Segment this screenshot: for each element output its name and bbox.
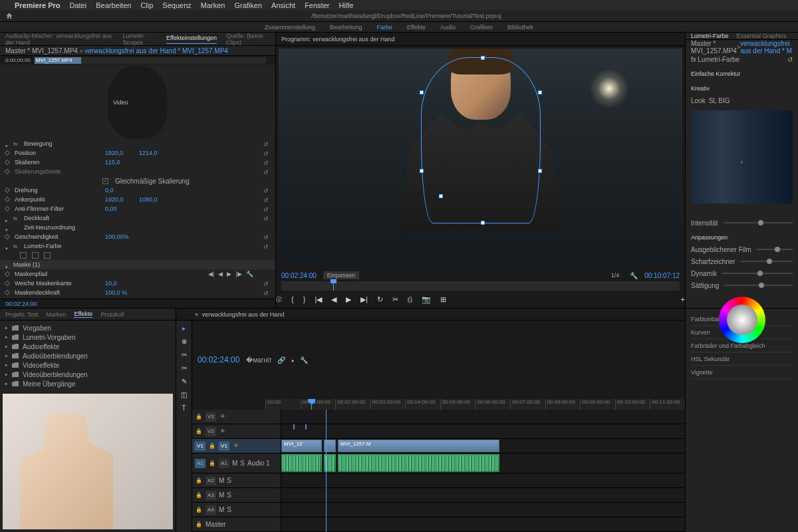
tab-effects[interactable]: Effekte: [74, 311, 92, 318]
app-name[interactable]: Premiere Pro: [15, 1, 60, 9]
fx-motion[interactable]: Bewegung: [24, 140, 110, 147]
track-prev-icon[interactable]: ◀: [218, 271, 223, 277]
step-fwd-icon[interactable]: ▶|: [360, 295, 368, 304]
bin-item[interactable]: Meine Übergänge: [5, 379, 170, 388]
in-point-icon[interactable]: {: [291, 295, 294, 303]
section-basic[interactable]: Einfache Korrektur: [691, 69, 793, 78]
program-tc-in[interactable]: 00:02:24:00: [281, 272, 317, 279]
track-header-v2[interactable]: 🔒V2👁: [192, 424, 281, 439]
saturation-slider[interactable]: [724, 285, 793, 286]
playhead-icon[interactable]: [311, 399, 312, 410]
clip-marker[interactable]: [293, 424, 295, 430]
timeline-timecode[interactable]: 00:02:24:00: [198, 355, 239, 364]
ws-color[interactable]: Farbe: [377, 24, 393, 31]
look-dropdown[interactable]: SL BIG: [709, 97, 730, 104]
menu-view[interactable]: Ansicht: [271, 1, 295, 9]
source-preview[interactable]: [3, 394, 173, 529]
out-point-icon[interactable]: }: [303, 295, 306, 303]
step-back-icon[interactable]: ◀: [331, 295, 336, 304]
type-tool-icon[interactable]: T: [180, 403, 189, 412]
goto-out-icon[interactable]: ↻: [377, 295, 383, 304]
section-vignette[interactable]: Vignette: [691, 366, 793, 379]
ec-timecode[interactable]: 00:02:24:00: [5, 301, 37, 307]
program-monitor[interactable]: [279, 49, 682, 267]
tab-essential-graphics[interactable]: Essential Graphics: [737, 33, 787, 39]
menu-help[interactable]: Hilfe: [338, 1, 353, 9]
track-header-a3[interactable]: 🔒A3MS: [192, 488, 281, 503]
bin-item[interactable]: Vorgaben: [5, 323, 170, 332]
position-x[interactable]: 1920,0: [105, 150, 135, 156]
play-icon[interactable]: ▶: [346, 295, 351, 304]
ws-assembly[interactable]: Zusammenstellung: [265, 24, 315, 31]
export-frame-icon[interactable]: 📷: [422, 295, 431, 304]
lift-icon[interactable]: ✂: [392, 295, 398, 304]
track-header-a4[interactable]: 🔒A4MS: [192, 503, 281, 517]
video-clip[interactable]: MVI_12: [281, 440, 322, 452]
track-header-v1[interactable]: V1🔒V1👁: [192, 439, 281, 454]
tab-lumetri-scopes[interactable]: Lumetri-Scopes: [123, 33, 157, 46]
tab-source[interactable]: Quelle: (keine Clips): [226, 33, 270, 46]
fx-timeremap[interactable]: Zeit-Neuzuordnung: [24, 224, 110, 231]
bin-item[interactable]: Videoüberblendungen: [5, 370, 170, 379]
section-adjust[interactable]: Anpassungen: [691, 233, 793, 242]
bin-item[interactable]: Audioüberblendungen: [5, 351, 170, 360]
track-header-a2[interactable]: 🔒A2MS: [192, 473, 281, 488]
ws-audio[interactable]: Audio: [440, 24, 456, 31]
faded-slider[interactable]: [757, 249, 793, 250]
track-next-icon[interactable]: |▶: [235, 271, 241, 277]
goto-in-icon[interactable]: |◀: [315, 295, 322, 304]
bin-item[interactable]: Audioeffekte: [5, 342, 170, 351]
time-ruler[interactable]: 00:0000:01:00:0000:02:00:0000:03:00:0000…: [265, 399, 685, 410]
ec-mini-timeline[interactable]: 0;00;00;00 MVI_1257.MP4: [0, 55, 275, 65]
mask-1[interactable]: Maske (1): [13, 261, 100, 268]
program-timebar[interactable]: [281, 281, 680, 291]
sharpen-slider[interactable]: [741, 261, 793, 262]
menu-file[interactable]: Datei: [69, 1, 86, 9]
ws-editing[interactable]: Bearbeitung: [330, 24, 362, 31]
snap-icon[interactable]: �магніт: [246, 356, 271, 364]
extract-icon[interactable]: ⎙: [408, 295, 412, 303]
selection-tool-icon[interactable]: ▸: [180, 323, 189, 332]
compare-icon[interactable]: ⊞: [440, 295, 446, 304]
home-icon[interactable]: [5, 12, 13, 20]
audio-clip[interactable]: [338, 454, 499, 472]
hand-tool-icon[interactable]: ◫: [180, 390, 189, 399]
ec-clip-chip[interactable]: MVI_1257.MP4: [35, 57, 81, 64]
vibrance-slider[interactable]: [722, 273, 793, 274]
fx-lumetri[interactable]: Lumetri-Farbe: [24, 243, 110, 249]
menu-window[interactable]: Fenster: [305, 1, 329, 9]
track-back-icon[interactable]: ◀|: [208, 271, 214, 277]
intensity-slider[interactable]: [724, 222, 793, 223]
uniform-scale-checkbox[interactable]: ✓: [102, 178, 108, 184]
playhead-icon[interactable]: [333, 281, 334, 291]
tab-lumetri-color[interactable]: Lumetri-Farbe: [691, 33, 729, 39]
prev-look-icon[interactable]: ‹: [741, 158, 743, 166]
program-tc-out[interactable]: 00:10:07:12: [644, 272, 680, 279]
pen-tool-icon[interactable]: ✎: [180, 376, 189, 386]
marker-icon[interactable]: ⦾: [276, 295, 282, 304]
ellipse-mask-icon[interactable]: [20, 252, 27, 259]
tab-audioclip-mixer[interactable]: Audioclip-Mischer: verwacklungsfrei aus …: [5, 33, 114, 46]
ws-effects[interactable]: Effekte: [407, 24, 426, 31]
menu-markers[interactable]: Marken: [201, 1, 225, 9]
bin-item[interactable]: Videoeffekte: [5, 360, 170, 370]
track-wrench-icon[interactable]: 🔧: [246, 271, 253, 277]
track-header-master[interactable]: 🔒Master: [192, 517, 281, 532]
fx-opacity[interactable]: Deckkraft: [24, 215, 110, 221]
marker-icon[interactable]: ⬧: [291, 356, 295, 364]
sequence-tab[interactable]: verwacklungsfrei aus der Hand: [202, 311, 285, 318]
menu-graphics[interactable]: Grafiken: [234, 1, 262, 9]
ripple-tool-icon[interactable]: ✂: [180, 350, 189, 359]
track-header-a1[interactable]: A1🔒A1MSAudio 1: [192, 454, 281, 473]
section-hsl[interactable]: HSL Sekundär: [691, 352, 793, 366]
menu-sequence[interactable]: Sequenz: [162, 1, 191, 9]
tab-history[interactable]: Protokoll: [100, 311, 124, 318]
reset-icon[interactable]: [263, 140, 270, 147]
video-clip[interactable]: MVI_1257.M: [338, 440, 499, 452]
track-area[interactable]: MVI_12 MVI_1257.M: [281, 410, 685, 532]
tab-project[interactable]: Projekt: Test: [5, 311, 38, 318]
track-play-icon[interactable]: ▶: [227, 271, 231, 277]
ws-library[interactable]: Bibliothek: [507, 24, 533, 31]
menu-clip[interactable]: Clip: [140, 1, 153, 9]
track-header-v3[interactable]: 🔒V3👁: [192, 410, 281, 424]
